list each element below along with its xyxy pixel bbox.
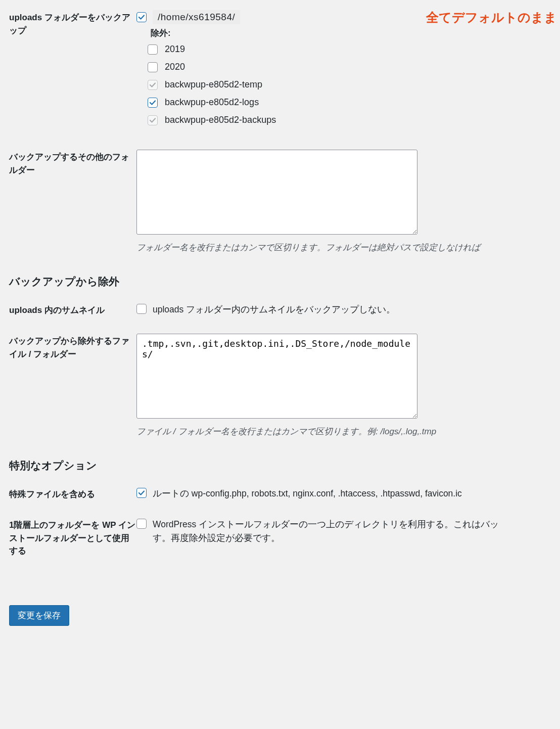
thumbnails-text: uploads フォルダー内のサムネイルをバックアップしない。 [153,303,395,316]
special-files-checkbox[interactable] [136,488,147,498]
thumbnails-label: uploads 内のサムネイル [9,303,136,317]
backup-settings-form: uploads フォルダーをバックアップ /home/xs619584/ 全てデ… [0,0,560,646]
exclude-files-help: ファイル / フォルダー名を改行またはカンマで区切ります。例: /logs/,.… [136,425,551,438]
exclude-files-row: バックアップから除外するファイル / フォルダー ファイル / フォルダー名を改… [9,334,551,438]
uploads-exclude-item-label: 2019 [165,44,185,55]
uploads-exclude-checkbox[interactable] [148,98,158,108]
uploads-exclude-item-label: backwpup-e805d2-backups [165,115,276,125]
uploads-folder-row: uploads フォルダーをバックアップ /home/xs619584/ 全てデ… [9,10,551,132]
thumbnails-checkbox[interactable] [136,304,147,314]
uploads-exclude-label: 除外: [151,27,551,39]
uploads-exclude-checkbox [148,115,158,125]
special-files-label: 特殊ファイルを含める [9,487,136,501]
uploads-exclude-item: backwpup-e805d2-backups [148,115,551,125]
uploads-folder-checkbox[interactable] [136,12,147,22]
special-files-row: 特殊ファイルを含める ルートの wp-config.php, robots.tx… [9,487,551,501]
uploads-exclude-item: backwpup-e805d2-temp [148,79,551,90]
uploads-exclude-checkbox[interactable] [148,62,158,72]
uploads-exclude-item: 2020 [148,62,551,72]
uploads-exclude-item-label: backwpup-e805d2-logs [165,97,259,108]
special-section-heading: 特別なオプション [9,459,551,473]
uploads-exclude-item-label: 2020 [165,62,185,72]
one-up-text: WordPress インストールフォルダーの一つ上のディレクトリを利用する。これ… [153,518,499,545]
uploads-exclude-checkbox[interactable] [148,44,158,55]
special-files-text: ルートの wp-config.php, robots.txt, nginx.co… [153,487,462,500]
one-up-label: 1階層上のフォルダーを WP インストールフォルダーとして使用する [9,518,136,558]
uploads-exclude-checkbox [148,80,158,90]
one-up-row: 1階層上のフォルダーを WP インストールフォルダーとして使用する WordPr… [9,518,551,558]
uploads-exclude-item: 2019 [148,44,551,55]
uploads-folder-label: uploads フォルダーをバックアップ [9,10,136,37]
exclude-files-textarea[interactable] [136,334,417,419]
thumbnails-row: uploads 内のサムネイル uploads フォルダー内のサムネイルをバック… [9,303,551,317]
uploads-exclude-item: backwpup-e805d2-logs [148,97,551,108]
uploads-exclude-list: 20192020backwpup-e805d2-tempbackwpup-e80… [148,44,551,125]
annotation-default: 全てデフォルトのまま [426,9,557,26]
uploads-folder-field: /home/xs619584/ 全てデフォルトのまま 除外: 20192020b… [136,10,551,132]
extra-folders-row: バックアップするその他のフォルダー フォルダー名を改行またはカンマで区切ります。… [9,150,551,254]
extra-folders-textarea[interactable] [136,150,417,235]
uploads-exclude-item-label: backwpup-e805d2-temp [165,79,262,90]
one-up-checkbox[interactable] [136,519,147,529]
extra-folders-label: バックアップするその他のフォルダー [9,150,136,176]
exclude-section-heading: バックアップから除外 [9,275,551,289]
extra-folders-help: フォルダー名を改行またはカンマで区切ります。フォルダーは絶対パスで設定しなければ [136,241,551,254]
save-button[interactable]: 変更を保存 [9,605,69,626]
uploads-folder-path: /home/xs619584/ [153,10,240,24]
exclude-files-label: バックアップから除外するファイル / フォルダー [9,334,136,360]
